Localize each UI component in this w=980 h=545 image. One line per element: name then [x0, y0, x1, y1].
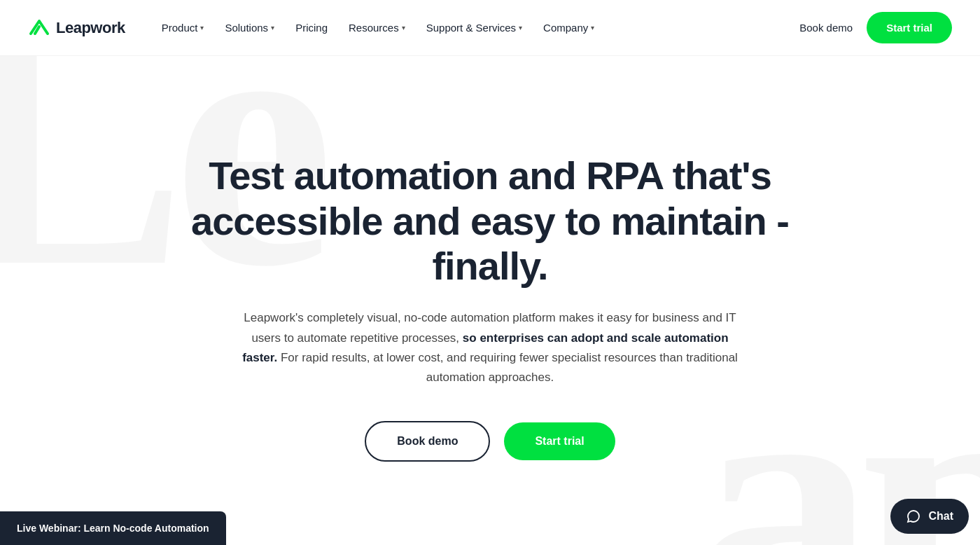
chevron-down-icon: ▾ [271, 24, 274, 32]
chevron-down-icon: ▾ [591, 24, 594, 32]
nav-label-resources: Resources [349, 22, 399, 34]
nav-label-company: Company [543, 22, 588, 34]
webinar-bar[interactable]: Live Webinar: Learn No-code Automation [0, 511, 226, 545]
nav-item-resources[interactable]: Resources ▾ [340, 16, 414, 39]
start-trial-nav-button[interactable]: Start trial [867, 12, 952, 43]
nav-item-solutions[interactable]: Solutions ▾ [216, 16, 283, 39]
navbar: Leapwork Product ▾ Solutions ▾ Pricing R… [0, 0, 980, 56]
nav-links: Product ▾ Solutions ▾ Pricing Resources … [153, 16, 603, 39]
logo[interactable]: Leapwork [28, 18, 125, 38]
chevron-down-icon: ▾ [200, 24, 204, 32]
chat-label: Chat [928, 510, 953, 523]
hero-title: Test automation and RPA that's accessibl… [175, 153, 805, 289]
nav-right: Book demo Start trial [799, 12, 952, 43]
webinar-label: Live Webinar: Learn No-code Automation [17, 523, 209, 534]
hero-buttons: Book demo Start trial [365, 421, 615, 462]
chevron-down-icon: ▾ [402, 24, 405, 32]
chat-icon [906, 509, 921, 524]
logo-icon [28, 18, 50, 38]
nav-item-support[interactable]: Support & Services ▾ [418, 16, 531, 39]
nav-item-pricing[interactable]: Pricing [287, 16, 336, 39]
nav-left: Leapwork Product ▾ Solutions ▾ Pricing R… [28, 16, 603, 39]
nav-label-support: Support & Services [426, 22, 516, 34]
chevron-down-icon: ▾ [519, 24, 522, 32]
nav-label-product: Product [162, 22, 198, 34]
nav-label-pricing: Pricing [295, 22, 328, 34]
hero-subtitle-part2: For rapid results, at lower cost, and re… [277, 351, 738, 384]
logo-text: Leapwork [56, 19, 125, 37]
book-demo-hero-button[interactable]: Book demo [365, 421, 490, 462]
nav-label-solutions: Solutions [225, 22, 268, 34]
nav-item-company[interactable]: Company ▾ [535, 16, 603, 39]
chat-button[interactable]: Chat [890, 499, 969, 534]
book-demo-nav-link[interactable]: Book demo [799, 22, 853, 34]
hero-subtitle: Leapwork's completely visual, no-code au… [238, 308, 742, 387]
start-trial-hero-button[interactable]: Start trial [504, 422, 615, 460]
hero-section: Test automation and RPA that's accessibl… [0, 56, 980, 545]
nav-item-product[interactable]: Product ▾ [153, 16, 213, 39]
